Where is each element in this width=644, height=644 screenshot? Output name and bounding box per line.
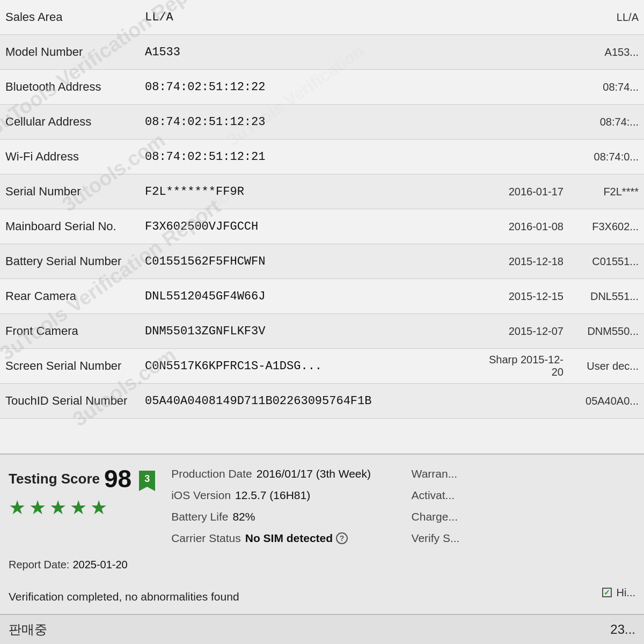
row-date: 2015-12-15 (488, 290, 564, 303)
row-extra: 08:74... (574, 81, 639, 93)
ios-value: 12.5.7 (16H81) (235, 489, 310, 502)
row-extra: 08:74:... (574, 116, 639, 128)
warranty-label: Warran... (412, 467, 458, 480)
row-extra: F3X602... (574, 221, 639, 233)
page-number: 23... (610, 622, 635, 637)
warranty-row: Warran... (412, 464, 635, 484)
row-label: Front Camera (5, 324, 145, 338)
row-extra: A153... (574, 46, 639, 58)
row-label: Battery Serial Number (5, 254, 145, 268)
row-label: Wi-Fi Address (5, 150, 145, 164)
sale-status: 판매중 (9, 621, 47, 638)
row-value: 08:74:02:51:12:21 (145, 150, 574, 164)
ios-row: iOS Version 12.5.7 (16H81) (171, 486, 395, 505)
row-value: DNM55013ZGNFLKF3V (145, 325, 488, 338)
table-row: Wi-Fi Address08:74:02:51:12:2108:74:0... (0, 140, 644, 174)
row-date: 2016-01-08 (488, 221, 564, 233)
row-extra: C01551... (574, 255, 639, 268)
row-value: LL/A (145, 11, 574, 24)
star-icon: ★ (70, 496, 87, 519)
table-row: TouchID Serial Number05A40A0408149D711B0… (0, 384, 644, 419)
star-icon: ★ (49, 496, 67, 519)
table-row: Battery Serial NumberC01551562F5FHCWFN20… (0, 244, 644, 279)
hide-label: Hi... (616, 587, 635, 599)
row-date: 2015-12-07 (488, 325, 564, 338)
row-value: F3X602500VJFGCCH (145, 220, 488, 233)
table-row: Front CameraDNM55013ZGNFLKF3V2015-12-07D… (0, 314, 644, 349)
row-date: Sharp 2015-12-20 (488, 354, 564, 378)
table-row: Model NumberA1533A153... (0, 35, 644, 70)
row-date: 2015-12-18 (488, 255, 564, 268)
table-row: Cellular Address08:74:02:51:12:2308:74:.… (0, 105, 644, 140)
row-value: 08:74:02:51:12:22 (145, 80, 574, 94)
row-label: Mainboard Serial No. (5, 219, 145, 233)
ios-label: iOS Version (171, 489, 231, 502)
carrier-row: Carrier Status No SIM detected ? (171, 529, 395, 548)
hide-checkbox-row[interactable]: ✓ Hi... (602, 587, 635, 599)
row-value: C0N5517K6KPFRC1S-A1DSG... (145, 360, 488, 373)
row-extra: User dec... (574, 360, 639, 372)
badge-icon: 3 (139, 471, 155, 487)
testing-score-label: Testing Score (9, 471, 100, 487)
row-extra: DNM550... (574, 325, 639, 338)
production-date-row: Production Date 2016/01/17 (3th Week) (171, 464, 395, 484)
star-icon: ★ (9, 496, 26, 519)
verify-label: Verify S... (412, 532, 460, 545)
row-extra: 08:74:0... (574, 151, 639, 163)
row-label: Cellular Address (5, 115, 145, 129)
table-row: Bluetooth Address08:74:02:51:12:2208:74.… (0, 70, 644, 105)
activation-row: Activat... (412, 486, 635, 505)
star-icon: ★ (29, 496, 46, 519)
star-icon: ★ (90, 496, 107, 519)
row-value: C01551562F5FHCWFN (145, 255, 488, 268)
row-date: 2016-01-17 (488, 186, 564, 198)
row-label: Model Number (5, 45, 145, 59)
row-value: 05A40A0408149D711B02263095764F1B (145, 394, 574, 408)
charge-row: Charge... (412, 507, 635, 526)
report-date-label: Report Date: (9, 559, 69, 571)
row-label: TouchID Serial Number (5, 394, 145, 408)
carrier-label: Carrier Status (171, 532, 241, 545)
production-date-label: Production Date (171, 467, 252, 480)
verify-row: Verify S... (412, 529, 635, 548)
table-row: Sales AreaLL/ALL/A (0, 0, 644, 35)
production-date-value: 2016/01/17 (3th Week) (257, 467, 371, 480)
report-date-value: 2025-01-20 (72, 559, 127, 571)
row-label: Rear Camera (5, 289, 145, 303)
battery-label: Battery Life (171, 510, 228, 523)
hide-checkbox[interactable]: ✓ (602, 588, 612, 597)
info-icon[interactable]: ? (336, 532, 348, 544)
row-value: 08:74:02:51:12:23 (145, 115, 574, 129)
battery-row: Battery Life 82% (171, 507, 395, 526)
table-row: Serial NumberF2L*******FF9R2016-01-17F2L… (0, 174, 644, 209)
row-extra: 05A40A0... (574, 395, 639, 407)
row-extra: F2L**** (574, 186, 639, 198)
charge-label: Charge... (412, 510, 458, 523)
battery-value: 82% (232, 510, 255, 523)
carrier-value: No SIM detected (245, 532, 333, 545)
row-label: Sales Area (5, 10, 145, 24)
activation-label: Activat... (412, 489, 455, 502)
score-number: 98 (104, 464, 131, 493)
row-label: Serial Number (5, 185, 145, 199)
table-row: Rear CameraDNL5512045GF4W66J2015-12-15DN… (0, 279, 644, 314)
table-row: Screen Serial NumberC0N5517K6KPFRC1S-A1D… (0, 349, 644, 384)
row-label: Bluetooth Address (5, 80, 145, 94)
verification-text: Verification completed, no abnormalities… (9, 585, 239, 609)
row-value: F2L*******FF9R (145, 185, 488, 199)
row-extra: DNL551... (574, 290, 639, 303)
row-value: DNL5512045GF4W66J (145, 290, 488, 303)
row-extra: LL/A (574, 11, 639, 24)
row-value: A1533 (145, 46, 574, 59)
table-row: Mainboard Serial No.F3X602500VJFGCCH2016… (0, 209, 644, 244)
row-label: Screen Serial Number (5, 359, 145, 373)
